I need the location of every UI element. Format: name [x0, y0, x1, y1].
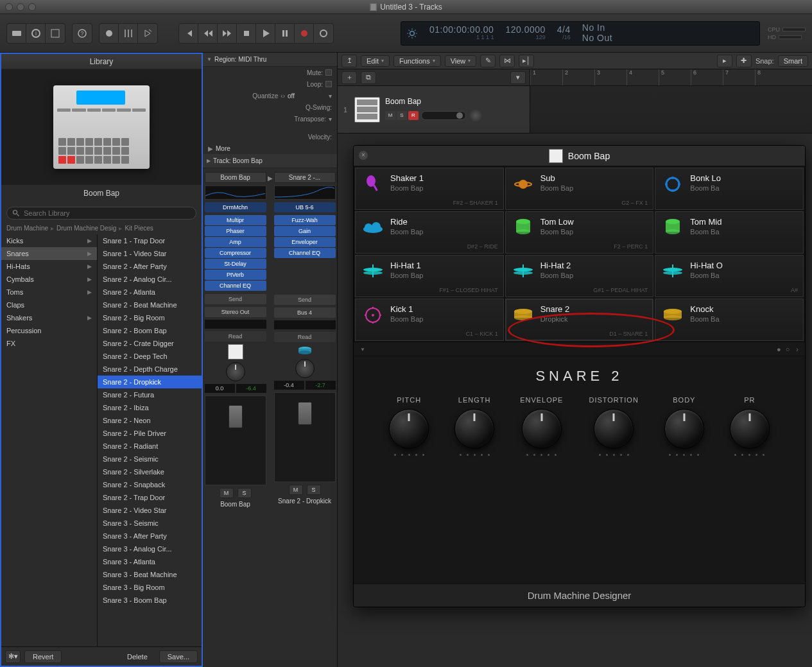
insert-slot[interactable]: Enveloper	[274, 237, 336, 247]
close-icon[interactable]: ×	[359, 151, 368, 160]
category-row[interactable]: Toms▶	[1, 286, 97, 299]
insert-slot[interactable]: Compressor	[205, 248, 266, 258]
library-item[interactable]: Snare 2 - Radiant	[98, 440, 202, 453]
library-item[interactable]: Snare 2 - After Party	[98, 260, 202, 273]
mixer-icon[interactable]	[119, 24, 138, 43]
drum-pad[interactable]: SubBoom Bap G2 – FX 1	[505, 168, 654, 210]
parameter-knob[interactable]: PITCH	[389, 396, 429, 456]
parameter-knob[interactable]: DISTORTION	[589, 396, 638, 456]
library-toggle-icon[interactable]	[7, 24, 26, 43]
link-icon[interactable]: ⋈	[499, 55, 515, 67]
library-item[interactable]: Snare 2 - Dropkick	[98, 376, 202, 388]
close-window-icon[interactable]	[5, 3, 13, 11]
bar-ruler[interactable]: 12345678	[530, 69, 812, 86]
insert-slot[interactable]: Fuzz-Wah	[274, 215, 336, 225]
drum-pad[interactable]: Hi-Hat OBoom Ba A#	[655, 255, 804, 297]
arrange-area[interactable]	[530, 86, 812, 133]
page-dots[interactable]: ● ○	[777, 345, 791, 353]
category-row[interactable]: Cymbals▶	[1, 273, 97, 286]
library-item[interactable]: Snare 2 - Futura	[98, 388, 202, 401]
library-item[interactable]: Snare 1 - Video Star	[98, 247, 202, 260]
play-icon[interactable]	[256, 24, 275, 43]
library-item[interactable]: Snare 3 - Big Room	[98, 581, 202, 594]
forward-icon[interactable]	[218, 24, 237, 43]
save-button[interactable]: Save...	[159, 650, 198, 663]
drum-pad[interactable]: RideBoom Bap D#2 – RIDE	[355, 211, 504, 254]
library-item[interactable]: Snare 2 - Crate Digger	[98, 337, 202, 350]
drum-pad[interactable]: Snare 2Dropkick D1 – SNARE 1	[505, 299, 654, 341]
back-icon[interactable]: ↥	[341, 55, 357, 67]
library-item[interactable]: Snare 3 - Seismic	[98, 517, 202, 530]
insert-slot[interactable]: Multipr	[205, 215, 266, 225]
library-item[interactable]: Snare 1 - Trap Door	[98, 234, 202, 247]
library-gear-icon[interactable]: ✻▾	[5, 650, 21, 663]
strip-name[interactable]: Snare 2 -...	[274, 172, 336, 183]
eq-thumbnail[interactable]	[274, 186, 336, 200]
rewind-icon[interactable]	[198, 24, 218, 43]
go-to-beginning-icon[interactable]	[179, 24, 198, 43]
category-row[interactable]: Claps	[1, 299, 97, 311]
view-menu[interactable]: View▾	[445, 55, 477, 67]
instrument-slot[interactable]: DrmMchn	[205, 202, 266, 212]
track-header[interactable]: 1 Boom Bap M S R	[338, 86, 530, 133]
volume-fader[interactable]	[274, 392, 336, 482]
track-header[interactable]: ▶Track: Boom Bap	[203, 154, 337, 168]
drum-pad[interactable]: Shaker 1Boom Bap F#2 – SHAKER 1	[355, 168, 504, 210]
search-input[interactable]	[24, 209, 191, 217]
category-row[interactable]: Snares▶	[1, 247, 97, 260]
library-item[interactable]: Snare 2 - Snapback	[98, 478, 202, 491]
library-item[interactable]: Snare 2 - Big Room	[98, 311, 202, 324]
library-item[interactable]: Snare 2 - Pile Driver	[98, 427, 202, 440]
parameter-knob[interactable]: PR	[730, 396, 770, 456]
strip-name[interactable]: Boom Bap	[205, 172, 266, 183]
instrument-slot[interactable]: UB 5-6	[274, 202, 336, 212]
add-track-icon[interactable]: ＋	[341, 71, 357, 84]
record-enable-button[interactable]: R	[408, 111, 419, 120]
more-disclosure[interactable]: ▶More	[203, 143, 337, 154]
record-icon[interactable]	[295, 24, 314, 43]
library-item[interactable]: Snare 3 - Boom Bap	[98, 594, 202, 607]
solo-button[interactable]: S	[238, 488, 252, 498]
volume-fader[interactable]	[205, 395, 266, 485]
chevron-right-icon[interactable]: ›	[796, 345, 799, 353]
drum-pad[interactable]: Tom MidBoom Ba	[655, 211, 804, 254]
global-tracks-icon[interactable]: ▾	[510, 71, 526, 84]
zoom-window-icon[interactable]	[28, 3, 36, 11]
library-item[interactable]: Snare 2 - Deep Tech	[98, 350, 202, 363]
drum-pad[interactable]: Kick 1Boom Bap C1 – KICK 1	[355, 299, 504, 341]
delete-button[interactable]: Delete	[119, 651, 155, 663]
library-item[interactable]: Snare 3 - Atlanta	[98, 555, 202, 568]
search-field[interactable]	[6, 207, 196, 220]
inspector-toggle-icon[interactable]: i	[26, 24, 46, 43]
pan-knob[interactable]	[226, 362, 245, 381]
mute-button[interactable]: M	[385, 111, 395, 120]
category-row[interactable]: Hi-Hats▶	[1, 260, 97, 273]
insert-slot[interactable]: Channel EQ	[205, 281, 266, 291]
pan-knob[interactable]	[469, 108, 483, 123]
mute-button[interactable]: M	[289, 485, 303, 495]
smart-controls-icon[interactable]	[99, 24, 119, 43]
duplicate-track-icon[interactable]: ⧉	[361, 71, 376, 84]
category-row[interactable]: FX	[1, 337, 97, 350]
insert-slot[interactable]: Gain	[274, 226, 336, 236]
send-slot[interactable]: Send	[274, 295, 336, 305]
revert-button[interactable]: Revert	[24, 650, 62, 663]
library-item[interactable]: Snare 3 - After Party	[98, 530, 202, 542]
chevron-down-icon[interactable]: ▼	[360, 347, 365, 352]
editors-icon[interactable]	[138, 24, 157, 43]
functions-menu[interactable]: Functions▾	[393, 55, 441, 67]
library-item[interactable]: Snare 2 - Trap Door	[98, 491, 202, 504]
category-row[interactable]: Kicks▶	[1, 234, 97, 247]
library-item[interactable]: Snare 2 - Atlanta	[98, 286, 202, 299]
mute-button[interactable]: M	[220, 488, 234, 498]
drum-pad[interactable]: Bonk LoBoom Ba	[655, 168, 804, 210]
library-item[interactable]: Snare 2 - Beat Machine	[98, 299, 202, 311]
region-header[interactable]: ▼Region: MIDI Thru	[203, 53, 337, 67]
library-item[interactable]: Snare 3 - Analog Cir...	[98, 542, 202, 555]
lcd-display[interactable]: 01:00:00:00.001 1 1 1 120.0000129 4/4/16…	[401, 21, 760, 46]
drum-pad[interactable]: Tom LowBoom Bap F2 – PERC 1	[505, 211, 654, 254]
pan-knob[interactable]	[295, 359, 315, 378]
library-item[interactable]: Snare 2 - Seismic	[98, 453, 202, 465]
breadcrumb-item[interactable]: Drum Machine Desig	[56, 225, 116, 232]
pause-icon[interactable]	[275, 24, 295, 43]
